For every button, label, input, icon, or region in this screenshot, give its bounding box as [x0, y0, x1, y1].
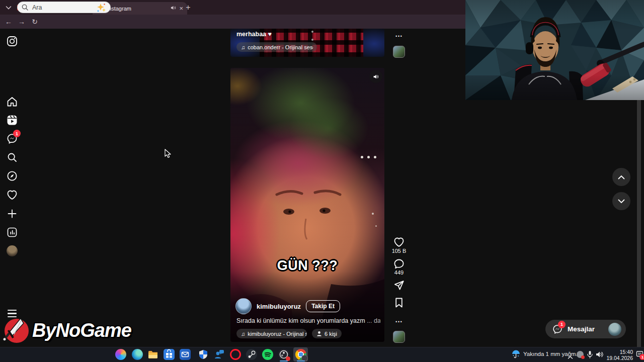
audio-thumbnail[interactable]: [393, 331, 405, 343]
search-icon: [22, 4, 28, 11]
clock-date: 19.04.2026: [601, 355, 633, 361]
chevron-up-icon: [618, 175, 625, 179]
outlook-icon[interactable]: [180, 349, 191, 360]
file-explorer-icon[interactable]: [147, 349, 158, 360]
people-chat-icon[interactable]: [214, 349, 225, 360]
menu-icon[interactable]: [8, 310, 17, 317]
search-placeholder: Ara: [32, 4, 92, 11]
instagram-logo-icon[interactable]: [6, 35, 18, 47]
forward-button[interactable]: →: [16, 17, 27, 27]
watchers-count: 6 kişi: [325, 331, 337, 337]
creator-avatar[interactable]: [235, 298, 252, 314]
steam-icon[interactable]: [246, 349, 257, 360]
explore-icon[interactable]: [6, 170, 18, 182]
reels-icon[interactable]: [6, 114, 18, 126]
microphone-tray-icon[interactable]: [587, 350, 593, 360]
save-button[interactable]: [393, 297, 405, 309]
defender-icon[interactable]: [198, 349, 209, 360]
previous-reel-audio-thumbnail[interactable]: [393, 46, 405, 58]
more-options-button[interactable]: …: [393, 315, 405, 324]
previous-reel-caption: merhabaa ♥: [236, 31, 272, 38]
screen: (580) İŞİ SADECE GÜLÜMSETM × Instagram ×…: [0, 0, 644, 362]
follow-button[interactable]: Takip Et: [306, 300, 340, 312]
messenger-icon: 1: [552, 324, 563, 335]
share-button[interactable]: [393, 280, 405, 292]
chevron-down-icon: [618, 199, 625, 204]
comment-button[interactable]: [393, 258, 405, 270]
insights-icon[interactable]: [6, 226, 18, 238]
caption-more-button[interactable]: ... daha fazla: [367, 317, 380, 324]
taskbar-search[interactable]: Ara: [17, 2, 111, 13]
creator-username[interactable]: kimibuluyoruz: [257, 303, 301, 310]
microsoft-store-icon[interactable]: [164, 349, 175, 360]
mouse-cursor: [164, 149, 173, 160]
bookmark-icon: [393, 297, 405, 309]
messages-label: Mesajlar: [568, 325, 604, 333]
tab-title: Instagram: [107, 6, 168, 12]
reel-audio[interactable]: ♫ kimibuluyoruz - Orijinal s: [236, 329, 307, 338]
messages-avatar: [608, 323, 621, 336]
notification-badge: 1: [639, 354, 644, 360]
stream-brand: ByNoGame: [3, 317, 131, 344]
comment-icon: [393, 258, 405, 270]
messages-badge: 1: [558, 321, 566, 328]
tray-chevron-icon[interactable]: [568, 352, 573, 361]
close-tab-icon[interactable]: ×: [179, 5, 183, 12]
messages-button[interactable]: 1 Mesajlar: [545, 320, 626, 338]
chrome-icon[interactable]: [295, 349, 306, 360]
heart-icon: [393, 236, 405, 248]
copilot-icon[interactable]: [115, 349, 126, 360]
like-button[interactable]: [393, 236, 405, 248]
chrome-running-indicator: [297, 360, 305, 361]
bynogame-logo-icon: [3, 317, 30, 344]
create-icon[interactable]: [6, 208, 18, 220]
caption-text: Sırada ki ünlümüz kim olsun yorumlarda y…: [236, 317, 365, 324]
share-icon: [393, 280, 405, 292]
music-note-icon: ♫: [241, 331, 245, 337]
spotify-icon[interactable]: [262, 349, 273, 360]
previous-reel-audio[interactable]: ♫ coban.onderr - Orijinal ses: [236, 42, 317, 52]
messenger-badge: 1: [13, 130, 21, 137]
tray-app-icon[interactable]: [577, 351, 584, 358]
reel-player[interactable]: GÜN ??? kimibuluyoruz Takip Et Sırada ki…: [230, 68, 384, 342]
audio-title: kimibuluyoruz - Orijinal s: [248, 331, 307, 337]
search-icon[interactable]: [6, 151, 18, 163]
like-count: 105 B: [387, 248, 411, 254]
clock-time: 15:40: [601, 349, 633, 355]
obs-running-indicator: [280, 360, 288, 361]
video-subtitle: GÜN ???: [230, 258, 384, 274]
bing-sparkle-icon: [96, 3, 106, 12]
new-tab-button[interactable]: +: [183, 3, 193, 13]
audio-title: coban.onderr - Orijinal ses: [248, 44, 312, 50]
streamer-webcam: [465, 0, 644, 100]
webcam-scene: [465, 0, 644, 100]
weather-icon[interactable]: [511, 349, 521, 361]
edge-icon[interactable]: [132, 349, 143, 360]
watchers-pill[interactable]: 6 kişi: [312, 329, 342, 338]
opera-icon[interactable]: [230, 349, 241, 360]
reel-caption[interactable]: Sırada ki ünlümüz kim olsun yorumlarda y…: [236, 317, 380, 324]
person-icon: [316, 331, 322, 336]
messenger-icon[interactable]: 1: [6, 133, 18, 145]
music-note-icon: ♫: [241, 44, 245, 50]
back-button[interactable]: ←: [3, 17, 14, 27]
previous-reel-more-button[interactable]: …: [393, 30, 405, 38]
notification-center-button[interactable]: 1: [636, 350, 643, 360]
comment-count: 449: [387, 269, 411, 276]
speaker-icon: [373, 73, 379, 80]
obs-icon[interactable]: [278, 349, 289, 360]
taskbar-clock[interactable]: 15:40 19.04.2026: [601, 349, 633, 361]
tab-search-icon[interactable]: [4, 3, 13, 12]
notifications-icon[interactable]: [6, 189, 18, 201]
audio-toggle-button[interactable]: [369, 70, 382, 83]
profile-avatar[interactable]: [7, 245, 18, 256]
previous-reel-button[interactable]: [612, 168, 630, 186]
reload-button[interactable]: ↻: [29, 17, 40, 27]
tab-audio-icon[interactable]: [171, 5, 176, 12]
home-icon[interactable]: [6, 96, 18, 108]
previous-reel[interactable]: merhabaa ♥ ♫ coban.onderr - Orijinal ses: [230, 29, 384, 57]
next-reel-button[interactable]: [612, 192, 630, 210]
bynogame-wordmark: ByNoGame: [32, 320, 131, 341]
